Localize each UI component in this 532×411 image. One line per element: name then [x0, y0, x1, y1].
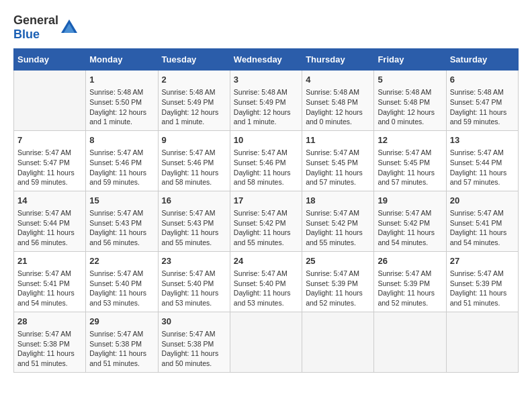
day-detail: Sunrise: 5:48 AMSunset: 5:48 PMDaylight:…: [306, 87, 370, 127]
logo: General Blue: [13, 13, 79, 42]
weekday-header: Friday: [374, 49, 446, 71]
calendar-cell: 15Sunrise: 5:47 AMSunset: 5:43 PMDayligh…: [86, 191, 158, 251]
calendar-cell: 5Sunrise: 5:48 AMSunset: 5:48 PMDaylight…: [374, 71, 446, 131]
calendar-cell: 2Sunrise: 5:48 AMSunset: 5:49 PMDaylight…: [158, 71, 230, 131]
calendar-table: SundayMondayTuesdayWednesdayThursdayFrid…: [13, 48, 519, 373]
weekday-header: Wednesday: [230, 49, 302, 71]
day-number: 29: [89, 316, 154, 328]
day-detail: Sunrise: 5:48 AMSunset: 5:47 PMDaylight:…: [450, 87, 515, 127]
day-detail: Sunrise: 5:47 AMSunset: 5:41 PMDaylight:…: [450, 208, 515, 248]
day-number: 12: [378, 134, 442, 146]
day-detail: Sunrise: 5:47 AMSunset: 5:42 PMDaylight:…: [378, 208, 442, 248]
day-number: 23: [162, 255, 226, 267]
day-detail: Sunrise: 5:47 AMSunset: 5:40 PMDaylight:…: [89, 269, 154, 308]
day-detail: Sunrise: 5:47 AMSunset: 5:43 PMDaylight:…: [162, 208, 226, 248]
day-detail: Sunrise: 5:47 AMSunset: 5:44 PMDaylight:…: [450, 148, 515, 187]
day-number: 24: [234, 255, 298, 267]
day-number: 9: [162, 134, 226, 146]
day-detail: Sunrise: 5:48 AMSunset: 5:49 PMDaylight:…: [162, 87, 226, 127]
day-detail: Sunrise: 5:47 AMSunset: 5:39 PMDaylight:…: [306, 269, 370, 308]
calendar-cell: 21Sunrise: 5:47 AMSunset: 5:41 PMDayligh…: [14, 251, 86, 312]
day-number: 22: [89, 255, 154, 267]
header: General Blue: [13, 13, 519, 42]
day-number: 4: [306, 74, 370, 86]
calendar-cell: 13Sunrise: 5:47 AMSunset: 5:44 PMDayligh…: [446, 130, 518, 191]
day-detail: Sunrise: 5:47 AMSunset: 5:46 PMDaylight:…: [162, 148, 226, 187]
calendar-week-row: 28Sunrise: 5:47 AMSunset: 5:38 PMDayligh…: [14, 312, 519, 372]
weekday-header: Monday: [86, 49, 158, 71]
calendar-cell: 9Sunrise: 5:47 AMSunset: 5:46 PMDaylight…: [158, 130, 230, 191]
day-detail: Sunrise: 5:48 AMSunset: 5:48 PMDaylight:…: [378, 87, 442, 127]
day-number: 2: [162, 74, 226, 86]
logo-icon: [60, 18, 79, 37]
day-detail: Sunrise: 5:47 AMSunset: 5:46 PMDaylight:…: [89, 148, 154, 187]
calendar-cell: [302, 312, 374, 372]
calendar-cell: 20Sunrise: 5:47 AMSunset: 5:41 PMDayligh…: [446, 191, 518, 251]
day-number: 6: [450, 74, 515, 86]
calendar-cell: 22Sunrise: 5:47 AMSunset: 5:40 PMDayligh…: [86, 251, 158, 312]
calendar-cell: 18Sunrise: 5:47 AMSunset: 5:42 PMDayligh…: [302, 191, 374, 251]
day-number: 16: [162, 195, 226, 207]
weekday-header: Thursday: [302, 49, 374, 71]
day-detail: Sunrise: 5:47 AMSunset: 5:39 PMDaylight:…: [450, 269, 515, 308]
day-number: 26: [378, 255, 442, 267]
calendar-cell: [230, 312, 302, 372]
calendar-week-row: 1Sunrise: 5:48 AMSunset: 5:50 PMDaylight…: [14, 71, 519, 131]
calendar-cell: 1Sunrise: 5:48 AMSunset: 5:50 PMDaylight…: [86, 71, 158, 131]
calendar-cell: 24Sunrise: 5:47 AMSunset: 5:40 PMDayligh…: [230, 251, 302, 312]
day-number: 13: [450, 134, 515, 146]
day-number: 1: [89, 74, 154, 86]
day-number: 28: [17, 316, 82, 328]
calendar-cell: 29Sunrise: 5:47 AMSunset: 5:38 PMDayligh…: [86, 312, 158, 372]
day-detail: Sunrise: 5:47 AMSunset: 5:44 PMDaylight:…: [17, 208, 82, 248]
day-detail: Sunrise: 5:47 AMSunset: 5:47 PMDaylight:…: [17, 148, 82, 187]
calendar-cell: 28Sunrise: 5:47 AMSunset: 5:38 PMDayligh…: [14, 312, 86, 372]
day-number: 3: [234, 74, 298, 86]
day-detail: Sunrise: 5:47 AMSunset: 5:43 PMDaylight:…: [89, 208, 154, 248]
calendar-header: SundayMondayTuesdayWednesdayThursdayFrid…: [14, 49, 519, 71]
logo-blue: Blue: [13, 28, 40, 41]
calendar-cell: 3Sunrise: 5:48 AMSunset: 5:49 PMDaylight…: [230, 71, 302, 131]
day-detail: Sunrise: 5:47 AMSunset: 5:46 PMDaylight:…: [234, 148, 298, 187]
calendar-cell: [374, 312, 446, 372]
day-detail: Sunrise: 5:47 AMSunset: 5:42 PMDaylight:…: [234, 208, 298, 248]
weekday-header: Saturday: [446, 49, 518, 71]
calendar-cell: 4Sunrise: 5:48 AMSunset: 5:48 PMDaylight…: [302, 71, 374, 131]
calendar-cell: 12Sunrise: 5:47 AMSunset: 5:45 PMDayligh…: [374, 130, 446, 191]
calendar-cell: 6Sunrise: 5:48 AMSunset: 5:47 PMDaylight…: [446, 71, 518, 131]
day-number: 21: [17, 255, 82, 267]
calendar-cell: 11Sunrise: 5:47 AMSunset: 5:45 PMDayligh…: [302, 130, 374, 191]
day-number: 17: [234, 195, 298, 207]
day-detail: Sunrise: 5:48 AMSunset: 5:50 PMDaylight:…: [89, 87, 154, 127]
day-number: 14: [17, 195, 82, 207]
calendar-week-row: 21Sunrise: 5:47 AMSunset: 5:41 PMDayligh…: [14, 251, 519, 312]
day-detail: Sunrise: 5:47 AMSunset: 5:38 PMDaylight:…: [162, 329, 226, 369]
day-detail: Sunrise: 5:47 AMSunset: 5:42 PMDaylight:…: [306, 208, 370, 248]
calendar-cell: 17Sunrise: 5:47 AMSunset: 5:42 PMDayligh…: [230, 191, 302, 251]
day-number: 19: [378, 195, 442, 207]
calendar-cell: 27Sunrise: 5:47 AMSunset: 5:39 PMDayligh…: [446, 251, 518, 312]
logo-general: General: [13, 13, 58, 27]
calendar-cell: [446, 312, 518, 372]
weekday-header: Sunday: [14, 49, 86, 71]
day-number: 25: [306, 255, 370, 267]
calendar-body: 1Sunrise: 5:48 AMSunset: 5:50 PMDaylight…: [14, 71, 519, 373]
calendar-cell: 26Sunrise: 5:47 AMSunset: 5:39 PMDayligh…: [374, 251, 446, 312]
day-detail: Sunrise: 5:48 AMSunset: 5:49 PMDaylight:…: [234, 87, 298, 127]
day-number: 11: [306, 134, 370, 146]
day-detail: Sunrise: 5:47 AMSunset: 5:40 PMDaylight:…: [162, 269, 226, 308]
calendar-cell: 30Sunrise: 5:47 AMSunset: 5:38 PMDayligh…: [158, 312, 230, 372]
day-number: 30: [162, 316, 226, 328]
calendar-cell: 25Sunrise: 5:47 AMSunset: 5:39 PMDayligh…: [302, 251, 374, 312]
day-detail: Sunrise: 5:47 AMSunset: 5:41 PMDaylight:…: [17, 269, 82, 308]
day-detail: Sunrise: 5:47 AMSunset: 5:38 PMDaylight:…: [89, 329, 154, 369]
calendar-cell: [14, 71, 86, 131]
day-number: 10: [234, 134, 298, 146]
day-detail: Sunrise: 5:47 AMSunset: 5:45 PMDaylight:…: [306, 148, 370, 187]
day-number: 27: [450, 255, 515, 267]
calendar-week-row: 7Sunrise: 5:47 AMSunset: 5:47 PMDaylight…: [14, 130, 519, 191]
calendar-cell: 10Sunrise: 5:47 AMSunset: 5:46 PMDayligh…: [230, 130, 302, 191]
day-number: 20: [450, 195, 515, 207]
day-number: 15: [89, 195, 154, 207]
logo-text: General Blue: [13, 13, 58, 42]
